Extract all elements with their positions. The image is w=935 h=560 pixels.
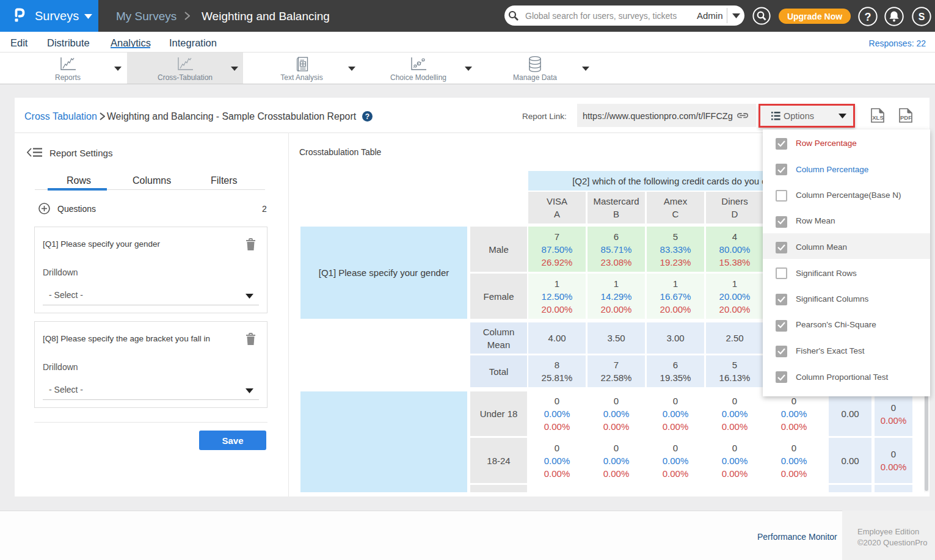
svg-text:XLS: XLS (872, 114, 883, 121)
svg-text:PDF: PDF (900, 114, 912, 121)
svg-text:?: ? (865, 11, 871, 23)
svg-text:S: S (919, 12, 925, 22)
